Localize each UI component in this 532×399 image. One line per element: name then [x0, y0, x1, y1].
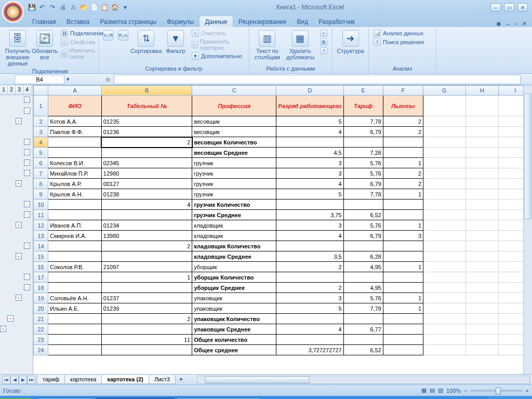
outline-toggle[interactable]: − [16, 253, 22, 259]
cell[interactable] [423, 116, 466, 127]
cell[interactable]: 6,79 [343, 231, 383, 241]
column-header[interactable]: A [48, 86, 102, 96]
cell[interactable]: 00127 [101, 179, 192, 189]
cell[interactable] [423, 303, 466, 314]
cell[interactable] [48, 335, 102, 345]
cell[interactable] [383, 200, 423, 210]
sheet-nav-last[interactable]: ⏭ [27, 376, 35, 384]
view-layout-icon[interactable]: ▤ [430, 387, 435, 394]
header-cell[interactable]: Табельный № [101, 96, 192, 116]
qat-button[interactable]: ↶ [37, 3, 47, 12]
cell[interactable]: 6,28 [343, 251, 383, 262]
cell[interactable]: весовщик [192, 127, 276, 137]
cell[interactable] [423, 200, 466, 210]
qat-button[interactable]: 📄 [89, 3, 99, 12]
cell[interactable] [423, 314, 466, 324]
sheet-tab[interactable]: тариф [37, 375, 65, 384]
column-header[interactable]: H [466, 86, 499, 96]
cell[interactable] [423, 272, 466, 283]
cell[interactable] [466, 314, 499, 324]
column-header[interactable]: D [276, 86, 343, 96]
qat-button[interactable]: 📂 [79, 3, 88, 12]
cell[interactable] [466, 241, 499, 251]
cell[interactable] [423, 262, 466, 272]
get-external-data-button[interactable]: 🗄Получить внешние данные [5, 29, 30, 68]
cell[interactable] [101, 148, 192, 158]
header-cell[interactable]: ФИО [48, 96, 102, 116]
outline-toggle[interactable]: · [24, 201, 30, 207]
outline-toggle[interactable]: · [24, 274, 30, 280]
cell[interactable]: весовщик [192, 116, 276, 127]
outline-toggle[interactable]: − [16, 222, 22, 228]
horizontal-scrollbar[interactable] [197, 376, 530, 384]
clear-filter-button[interactable]: ✕Очистить [190, 29, 246, 37]
cell[interactable] [276, 241, 343, 251]
cell[interactable]: уборщик Количество [192, 272, 276, 283]
cell[interactable]: 5,76 [343, 293, 383, 303]
cell[interactable]: грузчик [192, 179, 276, 189]
cell[interactable] [466, 251, 499, 262]
new-sheet-button[interactable]: ✦ [176, 375, 187, 384]
sort-az-button[interactable]: А↓Я [102, 29, 114, 43]
row-header[interactable]: 5 [34, 148, 48, 158]
cell[interactable] [48, 148, 102, 158]
row-header[interactable]: 3 [34, 127, 48, 137]
qat-button[interactable]: 📋 [100, 3, 109, 12]
cell[interactable]: 01237 [101, 293, 192, 303]
cell[interactable]: 6,52 [343, 345, 383, 355]
cell[interactable] [423, 241, 466, 251]
cell[interactable]: 2 [276, 262, 343, 272]
zoom-level[interactable]: 100% [446, 388, 461, 394]
cell[interactable] [101, 283, 192, 293]
cell[interactable]: 2 [101, 137, 192, 148]
cell[interactable]: 2 [383, 127, 423, 137]
cell[interactable]: 01236 [101, 127, 192, 137]
cell[interactable] [466, 303, 499, 314]
cell[interactable] [423, 168, 466, 179]
cell[interactable]: 7,78 [343, 189, 383, 200]
zoom-in-button[interactable]: + [526, 388, 529, 394]
cell[interactable]: грузчик [192, 158, 276, 168]
sheet-nav-prev[interactable]: ◀ [10, 376, 19, 384]
cell[interactable]: Соловьёв А.Н. [48, 293, 102, 303]
cell[interactable]: грузчик Среднее [192, 210, 276, 220]
cell[interactable] [383, 241, 423, 251]
cell[interactable]: весовщик Количество [192, 137, 276, 148]
whatif-button[interactable]: ? [318, 47, 329, 55]
qat-button[interactable]: 🖨 [58, 3, 68, 12]
cell[interactable] [423, 324, 466, 335]
remove-duplicates-button[interactable]: ▦Удалить дубликаты [284, 29, 316, 61]
cell[interactable] [466, 116, 499, 127]
cell[interactable]: 1 [383, 262, 423, 272]
cell[interactable] [383, 148, 423, 158]
row-header[interactable]: 9 [34, 189, 48, 200]
close-button[interactable]: ✕ [517, 3, 528, 11]
sheet-tab[interactable]: картотека [64, 375, 102, 384]
cell[interactable] [423, 251, 466, 262]
cell[interactable] [383, 335, 423, 345]
column-header[interactable]: F [383, 86, 423, 96]
cell[interactable]: 4 [101, 200, 192, 210]
cell[interactable]: Крылов А.Н. [48, 189, 102, 200]
cell[interactable] [423, 189, 466, 200]
column-header[interactable]: E [343, 86, 383, 96]
outline-toggle[interactable]: − [16, 118, 22, 124]
outline-toggle[interactable]: · [24, 97, 30, 103]
outline-toggle[interactable]: − [16, 180, 22, 187]
cell[interactable]: 4,5 [276, 148, 343, 158]
header-cell[interactable]: Льготы [383, 96, 423, 116]
office-button[interactable] [2, 1, 24, 23]
cell[interactable] [48, 314, 102, 324]
cell[interactable] [48, 210, 102, 220]
cell[interactable]: кладовщик Количество [192, 241, 276, 251]
cell[interactable] [48, 241, 102, 251]
cell[interactable]: 2 [101, 241, 192, 251]
cell[interactable]: 12980 [101, 168, 192, 179]
formula-input[interactable] [114, 75, 521, 84]
row-header[interactable]: 11 [34, 210, 48, 220]
row-header[interactable]: 2 [34, 116, 48, 127]
cell[interactable] [48, 324, 102, 335]
maximize-button[interactable]: ▭ [504, 3, 514, 11]
view-pagebreak-icon[interactable]: ▧ [438, 387, 443, 394]
cell[interactable]: 7,28 [343, 148, 383, 158]
